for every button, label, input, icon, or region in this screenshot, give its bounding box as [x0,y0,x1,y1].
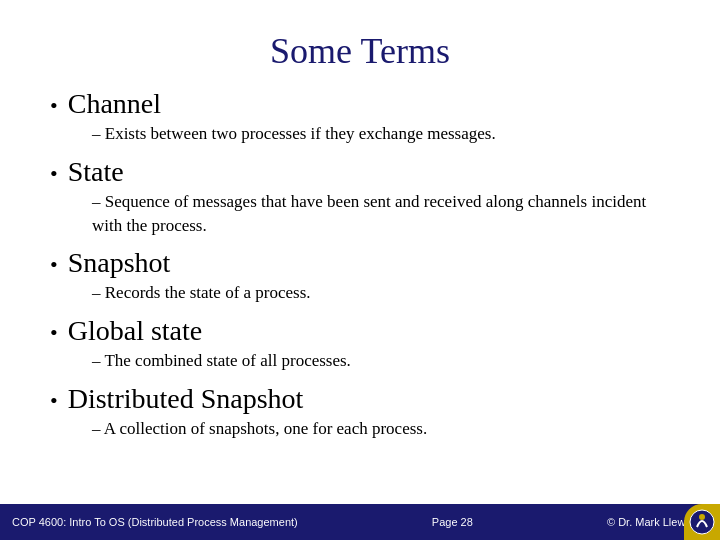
bullet-label-channel: Channel [68,88,161,120]
bullet-dot-5: • [50,388,58,414]
slide: Some Terms • Channel – Exists between tw… [0,0,720,540]
content-area: • Channel – Exists between two processes… [40,88,680,540]
bullet-sub-distributed-snapshot: – A collection of snapshots, one for eac… [92,417,680,441]
footer-bar: COP 4600: Intro To OS (Distributed Proce… [0,504,720,540]
bullet-global-state: • Global state – The combined state of a… [40,315,680,373]
logo-icon [687,507,717,537]
footer-course: COP 4600: Intro To OS (Distributed Proce… [12,516,298,528]
bullet-channel: • Channel – Exists between two processes… [40,88,680,146]
bullet-dot-4: • [50,320,58,346]
bullet-dot-3: • [50,252,58,278]
bullet-sub-channel: – Exists between two processes if they e… [92,122,680,146]
bullet-snapshot: • Snapshot – Records the state of a proc… [40,247,680,305]
svg-point-1 [699,514,705,520]
bullet-dot-1: • [50,93,58,119]
bullet-dot-2: • [50,161,58,187]
slide-title: Some Terms [40,30,680,72]
bullet-sub-state: – Sequence of messages that have been se… [92,190,680,238]
bullet-state: • State – Sequence of messages that have… [40,156,680,238]
footer-page: Page 28 [432,516,473,528]
bullet-sub-snapshot: – Records the state of a process. [92,281,680,305]
footer-logo [684,504,720,540]
bullet-label-snapshot: Snapshot [68,247,171,279]
bullet-label-distributed-snapshot: Distributed Snapshot [68,383,304,415]
bullet-distributed-snapshot: • Distributed Snapshot – A collection of… [40,383,680,441]
bullet-label-state: State [68,156,124,188]
bullet-sub-global-state: – The combined state of all processes. [92,349,680,373]
bullet-label-global-state: Global state [68,315,203,347]
